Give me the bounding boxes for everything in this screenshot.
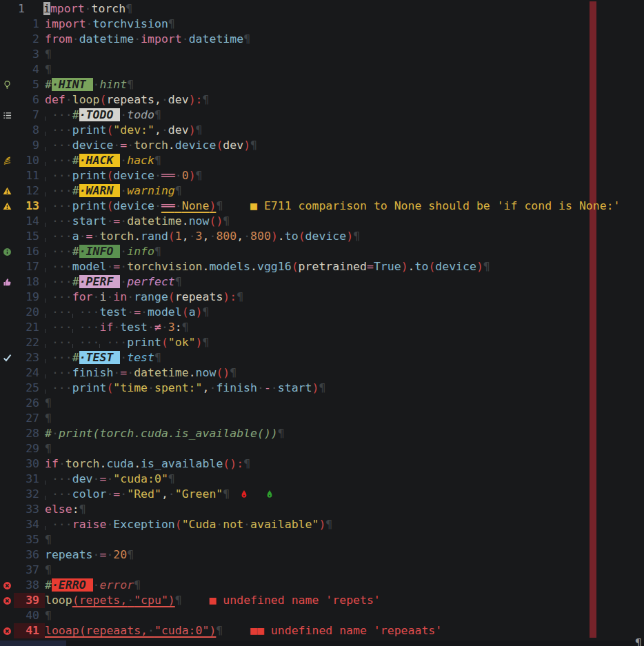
code-text: ···color·=·"Red",·"Green"¶	[45, 487, 644, 502]
code-text: ···for·i·in·range(repeats):¶	[45, 290, 644, 305]
code-line-7[interactable]: 7···#·TODO ·todo¶	[0, 108, 644, 123]
code-line-21[interactable]: 21······if·test·≠·3:¶	[0, 320, 644, 335]
code-line-3[interactable]: 3¶	[0, 47, 644, 62]
code-line-14[interactable]: 14···start·=·datetime.now()¶	[0, 214, 644, 229]
line-number: 21	[14, 320, 45, 335]
code-token: ·	[93, 578, 100, 592]
pilcrow-eol: ¶	[79, 503, 86, 516]
code-token: )	[243, 139, 250, 152]
code-text: repeats·=·20¶	[45, 547, 644, 563]
pilcrow-eol: ¶	[250, 139, 257, 152]
code-token: print	[72, 169, 107, 182]
code-line-18[interactable]: 18···#·PERF ·perfect¶	[0, 274, 644, 290]
code-text: ···raise·Exception("Cuda·not·available")…	[45, 517, 644, 532]
code-text: ···device·=·torch.device(dev)¶	[45, 138, 644, 153]
code-token: ···	[52, 275, 72, 288]
code-token: ·	[120, 154, 127, 167]
code-text: else:¶	[45, 502, 644, 517]
code-line-33[interactable]: 33else:¶	[0, 502, 644, 517]
code-token: =	[113, 487, 120, 501]
code-line-41[interactable]: 41looap(repeaats,·"cuda:0")¶■■ undefined…	[0, 623, 644, 638]
pilcrow-eol: ¶	[182, 321, 189, 334]
code-line-24[interactable]: 24···finish·=·datetime.now()¶	[0, 365, 644, 381]
code-line-4[interactable]: 4¶	[0, 62, 644, 77]
code-line-23[interactable]: 23···#·TEST ·test¶	[0, 350, 644, 365]
code-line-1[interactable]: 1import·torch¶	[0, 1, 644, 17]
code-token: ·	[66, 93, 72, 106]
code-line-5[interactable]: 5#·HINT ·hint¶	[0, 77, 644, 92]
code-line-6[interactable]: 6def·loop(repeats,·dev):¶	[0, 92, 644, 108]
code-token: ·	[113, 321, 120, 334]
code-line-35[interactable]: 35¶	[0, 532, 644, 547]
code-line-37[interactable]: 37¶	[0, 563, 644, 578]
code-token: available"	[250, 518, 319, 531]
code-token: cuda	[106, 457, 134, 470]
sign-column	[0, 32, 14, 47]
code-text: ···model·=·torchvision.models.vgg16(pret…	[45, 259, 644, 274]
code-line-9[interactable]: 9···device·=·torch.device(dev)¶	[0, 138, 644, 153]
pilcrow-eol: ¶	[223, 214, 230, 228]
code-line-8[interactable]: 8···print("dev:",·dev)¶	[0, 123, 644, 138]
code-line-27[interactable]: 27¶	[0, 411, 644, 426]
code-token: ·	[168, 487, 175, 501]
code-line-22[interactable]: 22·········print("ok")¶	[0, 335, 644, 350]
code-token: #	[45, 427, 52, 440]
pilcrow-eol: ¶	[127, 78, 134, 91]
statusline-pilcrow: ¶	[635, 636, 642, 646]
code-token: )	[196, 305, 203, 319]
code-token: ·	[106, 472, 113, 485]
code-token: (	[106, 199, 113, 212]
code-token: "time	[113, 381, 148, 394]
code-line-2[interactable]: 2from·datetime·import·datetime¶	[0, 32, 644, 47]
code-line-12[interactable]: 12···#·WARN ·warning¶	[0, 183, 644, 199]
code-token: color	[72, 487, 107, 501]
code-line-1[interactable]: 1import·torchvision¶	[0, 17, 644, 32]
code-token: dev	[168, 123, 189, 137]
code-editor[interactable]: 1import·torch¶1import·torchvision¶2from·…	[0, 1, 644, 638]
code-line-32[interactable]: 32···color·=·"Red",·"Green"¶	[0, 487, 644, 502]
code-line-17[interactable]: 17···model·=·torchvision.models.vgg16(pr…	[0, 259, 644, 274]
code-line-15[interactable]: 15···a·=·torch.rand(1,·3,·800,·800).to(d…	[0, 229, 644, 244]
code-token: 800	[250, 230, 271, 243]
code-line-30[interactable]: 30if·torch.cuda.is_available():¶	[0, 456, 644, 472]
code-line-36[interactable]: 36repeats·=·20¶	[0, 547, 644, 563]
code-token: ·	[127, 594, 134, 607]
code-line-20[interactable]: 20······test·=·model(a)¶	[0, 305, 644, 320]
line-number: 25	[14, 381, 45, 396]
code-token: print	[72, 199, 107, 212]
code-line-29[interactable]: 29¶	[0, 441, 644, 456]
code-token: ══	[161, 169, 175, 182]
code-token: finish	[72, 366, 114, 379]
code-token: now	[196, 366, 217, 379]
code-token: 20	[113, 548, 127, 561]
code-token: a	[189, 305, 196, 319]
code-line-11[interactable]: 11···print(device·══·0)¶	[0, 168, 644, 183]
code-token: (	[168, 230, 175, 243]
code-line-16[interactable]: 16···#·INFO ·info¶	[0, 244, 644, 259]
code-line-40[interactable]: 40¶	[0, 608, 644, 623]
code-token: 0	[182, 169, 189, 182]
pilcrow-eol: ¶	[196, 169, 203, 182]
code-line-38[interactable]: 38#·ERRO ·error¶	[0, 578, 644, 593]
code-token: ·	[209, 381, 216, 394]
code-token: ·	[120, 487, 127, 501]
code-token: #	[45, 78, 52, 91]
warning-icon	[0, 199, 14, 214]
code-token: ·	[106, 487, 113, 501]
code-token: datetime	[189, 32, 243, 46]
pilcrow-eol: ¶	[216, 199, 223, 212]
line-number: 19	[14, 290, 45, 305]
code-line-31[interactable]: 31···dev·=·"cuda:0"¶	[0, 472, 644, 487]
code-token: )	[312, 381, 319, 394]
code-token: repeats	[175, 290, 223, 303]
code-line-39[interactable]: 39loop(repets,·"cpu")¶■ undefined name '…	[0, 593, 644, 608]
code-line-13[interactable]: 13···print(device·══·None)¶■ E711 compar…	[0, 199, 644, 214]
code-token: ···	[52, 351, 72, 364]
code-line-10[interactable]: 10···#·HACK ·hack¶	[0, 153, 644, 168]
code-token: ·	[127, 366, 134, 379]
code-line-25[interactable]: 25···print("time·spent:",·finish·-·start…	[0, 381, 644, 396]
code-line-26[interactable]: 26¶	[0, 396, 644, 411]
code-line-34[interactable]: 34···raise·Exception("Cuda·not·available…	[0, 517, 644, 532]
code-line-28[interactable]: 28#·print(torch.cuda.is_available())¶	[0, 426, 644, 441]
code-line-19[interactable]: 19···for·i·in·range(repeats):¶	[0, 290, 644, 305]
